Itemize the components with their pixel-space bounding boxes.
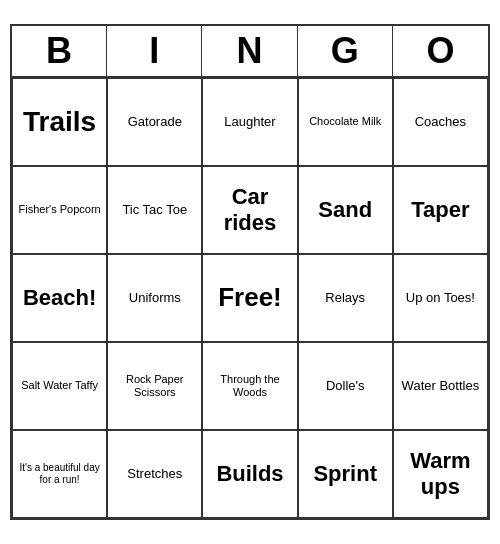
bingo-cell: Chocolate Milk [298,78,393,166]
bingo-card: BINGO TrailsGatoradeLaughterChocolate Mi… [10,24,490,520]
header-letter: G [298,26,393,76]
bingo-cell: Dolle's [298,342,393,430]
bingo-cell: Uniforms [107,254,202,342]
bingo-cell: Coaches [393,78,488,166]
bingo-cell: Water Bottles [393,342,488,430]
bingo-cell: Up on Toes! [393,254,488,342]
bingo-cell: Sprint [298,430,393,518]
bingo-cell: Trails [12,78,107,166]
bingo-cell: Sand [298,166,393,254]
bingo-cell: Salt Water Taffy [12,342,107,430]
header-letter: N [202,26,297,76]
header-letter: B [12,26,107,76]
bingo-cell: Car rides [202,166,297,254]
bingo-grid: TrailsGatoradeLaughterChocolate MilkCoac… [12,78,488,518]
bingo-cell: Builds [202,430,297,518]
bingo-cell: Relays [298,254,393,342]
bingo-cell: Warm ups [393,430,488,518]
header-letter: I [107,26,202,76]
bingo-header: BINGO [12,26,488,78]
bingo-cell: Gatorade [107,78,202,166]
bingo-cell: Rock Paper Scissors [107,342,202,430]
bingo-cell: Taper [393,166,488,254]
bingo-cell: Fisher's Popcorn [12,166,107,254]
bingo-cell: Stretches [107,430,202,518]
header-letter: O [393,26,488,76]
bingo-cell: Laughter [202,78,297,166]
bingo-cell: Beach! [12,254,107,342]
bingo-cell: Free! [202,254,297,342]
bingo-cell: It's a beautiful day for a run! [12,430,107,518]
bingo-cell: Tic Tac Toe [107,166,202,254]
bingo-cell: Through the Woods [202,342,297,430]
